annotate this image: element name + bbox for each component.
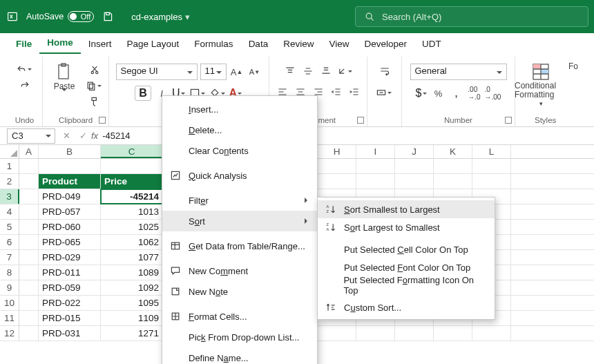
row-header-6[interactable]: 6 [0,235,19,249]
tab-page-layout[interactable]: Page Layout [119,35,187,54]
cell-B2[interactable]: Product [39,174,101,189]
cell-B12[interactable]: PRD-031 [39,326,101,341]
number-format-select[interactable]: General [410,64,507,80]
accounting-format-button[interactable]: $ [416,87,428,99]
filename[interactable]: cd-examples ▾ [131,12,189,22]
cell-C3[interactable]: -45214 [101,189,163,204]
search-input[interactable]: Search (Alt+Q) [355,6,588,27]
ctx-get-data[interactable]: Get Data from Table/Range... [162,236,317,256]
col-header-K[interactable]: K [434,145,472,158]
bold-button[interactable]: B [135,86,151,101]
decrease-decimal-button[interactable]: .0→.00 [485,86,501,101]
row-header-11[interactable]: 11 [0,311,19,325]
row-header-12[interactable]: 12 [0,326,19,341]
ctx-define-name[interactable]: Define Name... [162,347,317,364]
ctx-quick-analysis[interactable]: Quick Analysis [162,165,317,186]
col-header-L[interactable]: L [472,145,511,158]
cell-B7[interactable]: PRD-029 [39,250,101,265]
save-icon[interactable] [101,10,115,23]
cell-C9[interactable]: 1092 [101,280,163,295]
paste-button[interactable]: Paste [48,62,80,101]
row-header-9[interactable]: 9 [0,280,19,295]
undo-button[interactable] [16,64,33,75]
col-header-B[interactable]: B [39,145,101,158]
increase-indent-button[interactable] [347,84,362,99]
row-header-5[interactable]: 5 [0,220,19,234]
sort-formatting-icon-top[interactable]: Put Selected Formatting Icon On Top [318,276,495,294]
clipboard-dialog-launcher[interactable] [99,117,106,124]
autosave-toggle[interactable]: AutoSave Off [26,11,94,22]
select-all-corner[interactable] [0,145,19,158]
redo-button[interactable] [17,77,32,93]
wrap-text-button[interactable] [377,64,392,79]
tab-formulas[interactable]: Formulas [186,35,240,54]
sort-font-color-top[interactable]: Put Selected Font Color On Top [318,258,495,276]
row-header-10[interactable]: 10 [0,296,19,310]
cell-C12[interactable]: 1271 [101,326,163,341]
format-as-table-button[interactable]: Fo [568,62,578,71]
orientation-button[interactable] [336,66,354,77]
cell-B9[interactable]: PRD-059 [39,280,101,295]
tab-insert[interactable]: Insert [81,35,119,54]
align-top-button[interactable] [282,64,298,79]
cell-B4[interactable]: PRD-057 [39,204,101,219]
cell-C11[interactable]: 1109 [101,311,163,325]
col-header-J[interactable]: J [395,145,434,158]
font-name-select[interactable]: Segoe UI [116,64,198,80]
alignment-dialog-launcher[interactable] [357,117,364,124]
row-header-4[interactable]: 4 [0,204,19,219]
font-size-select[interactable]: 11 [200,64,227,80]
tab-home[interactable]: Home [39,33,81,54]
row-header-1[interactable]: 1 [0,159,19,173]
merge-button[interactable] [376,87,393,98]
cell-C8[interactable]: 1089 [101,265,163,280]
cell-B8[interactable]: PRD-011 [39,265,101,280]
ctx-insert[interactable]: Insert... [162,99,317,119]
align-middle-button[interactable] [300,64,316,79]
ctx-clear-contents[interactable]: Clear Contents [162,140,317,161]
fx-icon[interactable]: fx [91,131,98,141]
decrease-indent-button[interactable] [329,84,344,99]
tab-developer[interactable]: Developer [356,35,414,54]
col-header-C[interactable]: C [101,145,163,158]
row-header-7[interactable]: 7 [0,250,19,265]
tab-file[interactable]: File [8,35,39,54]
cell-C5[interactable]: 1025 [101,220,163,234]
increase-decimal-button[interactable]: .00→.0 [467,86,482,101]
custom-sort[interactable]: Custom Sort... [318,298,495,316]
cell-C1[interactable] [101,159,163,173]
cut-button[interactable] [87,62,102,77]
row-header-8[interactable]: 8 [0,265,19,280]
sort-largest-to-smallest[interactable]: ZASort Largest to Smallest [318,218,495,236]
col-header-A[interactable]: A [19,145,39,158]
sort-smallest-to-largest[interactable]: AZSort Smallest to Largest [318,200,495,218]
ctx-new-comment[interactable]: New Comment [162,260,317,281]
conditional-formatting-button[interactable]: Conditional Formatting ▾ [515,62,567,108]
row-header-3[interactable]: 3 [0,189,19,204]
copy-button[interactable] [86,80,103,91]
number-dialog-launcher[interactable] [505,117,512,124]
cell-C7[interactable]: 1077 [101,250,163,265]
accept-formula-button[interactable]: ✓ [75,131,91,141]
ctx-filter[interactable]: Filter [162,190,317,211]
cell-C10[interactable]: 1095 [101,296,163,310]
increase-font-button[interactable]: A▲ [229,64,245,79]
cell-B6[interactable]: PRD-065 [39,235,101,249]
comma-button[interactable]: , [449,86,464,101]
sort-cell-color-top[interactable]: Put Selected Cell Color On Top [318,240,495,258]
cell-C2[interactable]: Price [101,174,163,189]
cell-B11[interactable]: PRD-015 [39,311,101,325]
cancel-formula-button[interactable]: ✕ [58,131,75,141]
ctx-sort[interactable]: Sort [162,211,317,231]
cell-C4[interactable]: 1013 [101,204,163,219]
decrease-font-button[interactable]: A▼ [247,64,262,79]
format-painter-button[interactable] [87,94,102,109]
align-bottom-button[interactable] [318,64,334,79]
percent-button[interactable]: % [431,86,446,101]
name-box[interactable]: C3 [7,128,55,144]
col-header-I[interactable]: I [356,145,395,158]
tab-view[interactable]: View [321,35,356,54]
cell-B5[interactable]: PRD-060 [39,220,101,234]
cell-B1[interactable] [39,159,101,173]
tab-review[interactable]: Review [276,35,321,54]
